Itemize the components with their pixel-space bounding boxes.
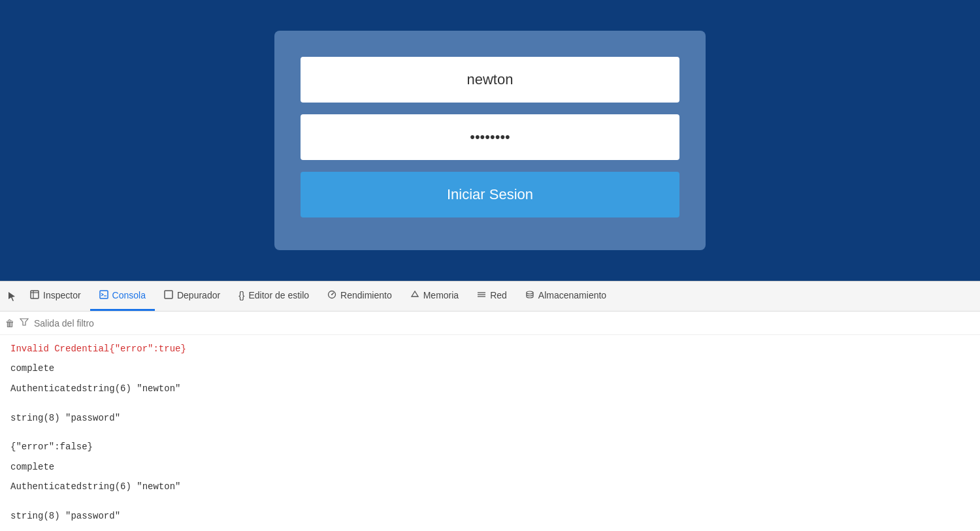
filter-input[interactable] — [34, 318, 975, 329]
devtools-panel: Inspector Consola Depurador — [0, 281, 980, 531]
depurador-icon — [164, 290, 173, 301]
devtools-tabs-bar: Inspector Consola Depurador — [0, 282, 980, 312]
consola-icon — [99, 290, 108, 301]
tab-memoria-label: Memoria — [423, 290, 459, 300]
rendimiento-icon — [327, 290, 336, 301]
console-line: Authenticatedstring(6) "newton" — [10, 479, 970, 494]
tab-rendimiento[interactable]: Rendimiento — [318, 282, 401, 311]
console-output: Invalid Credential{"error":true} complet… — [0, 335, 980, 531]
svg-rect-0 — [31, 291, 39, 298]
tab-almacenamiento-label: Almacenamiento — [538, 290, 606, 300]
svg-point-7 — [331, 294, 333, 295]
console-line: complete — [10, 361, 970, 376]
tab-red-label: Red — [490, 290, 507, 300]
console-group-1: Invalid Credential{"error":true} — [10, 342, 970, 356]
login-button[interactable]: Iniciar Sesion — [301, 172, 679, 217]
tab-inspector[interactable]: Inspector — [21, 282, 90, 311]
console-line: complete — [10, 460, 970, 474]
tab-depurador-label: Depurador — [177, 290, 220, 300]
console-line: string(8) "password" — [10, 509, 970, 523]
svg-rect-5 — [165, 291, 172, 298]
console-line: Authenticatedstring(6) "newton" — [10, 381, 970, 396]
tab-consola[interactable]: Consola — [90, 282, 155, 311]
console-group-5: Authenticatedstring(6) "newton" string(8… — [10, 479, 970, 531]
memoria-icon — [410, 290, 419, 301]
console-group-3: Authenticatedstring(6) "newton" string(8… — [10, 381, 970, 455]
console-line: {"error":false} — [10, 440, 970, 454]
console-group-2: complete — [10, 361, 970, 376]
tab-memoria[interactable]: Memoria — [401, 282, 468, 311]
password-input[interactable] — [301, 114, 679, 160]
filter-icon — [20, 317, 29, 329]
almacenamiento-icon — [525, 290, 534, 301]
devtools-toolbar: 🗑 — [0, 312, 980, 335]
tab-editor-estilo[interactable]: {} Editor de estilo — [229, 282, 318, 311]
login-card: Iniciar Sesion — [274, 31, 706, 250]
tab-almacenamiento[interactable]: Almacenamiento — [516, 282, 615, 311]
svg-marker-12 — [20, 319, 28, 325]
username-input[interactable] — [301, 57, 679, 103]
tab-red[interactable]: Red — [468, 282, 516, 311]
editor-estilo-icon: {} — [238, 290, 244, 300]
tab-depurador[interactable]: Depurador — [155, 282, 229, 311]
svg-point-11 — [527, 291, 533, 294]
tab-editor-estilo-label: Editor de estilo — [248, 290, 309, 300]
console-line: string(8) "password" — [10, 411, 970, 425]
tab-consola-label: Consola — [112, 290, 146, 300]
clear-console-icon[interactable]: 🗑 — [5, 318, 14, 329]
inspector-icon — [30, 290, 39, 301]
tab-inspector-label: Inspector — [43, 290, 81, 300]
tab-rendimiento-label: Rendimiento — [340, 290, 392, 300]
pick-element-icon[interactable] — [3, 291, 21, 302]
console-group-4: complete — [10, 460, 970, 474]
console-line: Invalid Credential{"error":true} — [10, 342, 970, 356]
browser-viewport: Iniciar Sesion — [0, 0, 980, 281]
red-icon — [477, 290, 486, 301]
